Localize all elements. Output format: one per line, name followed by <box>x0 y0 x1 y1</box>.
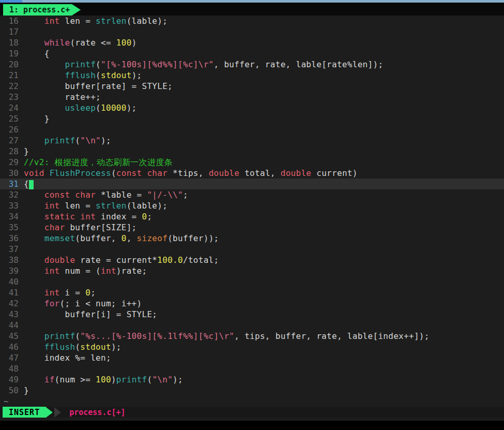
line-text: fflush(stdout); <box>19 342 121 352</box>
code-line-38[interactable]: 38 double rate = current*100.0/total; <box>0 255 504 265</box>
line-number: 49 <box>3 374 19 385</box>
line-number: 25 <box>3 113 19 124</box>
code-line-41[interactable]: 41 int i = 0; <box>0 287 504 298</box>
tab-arrow-icon <box>72 4 81 16</box>
code-line-37[interactable]: 37 <box>0 244 504 255</box>
terminal-window: 1: process.c+ 16 int len = strlen(lable)… <box>0 0 504 430</box>
code-line-27[interactable]: 27 printf("\n"); <box>0 135 504 146</box>
code-line-22[interactable]: 22 buffer[rate] = STYLE; <box>0 81 504 92</box>
code-line-16[interactable]: 16 int len = strlen(lable); <box>0 16 504 26</box>
line-text: buffer[i] = STYLE; <box>19 309 157 320</box>
code-line-42[interactable]: 42 for(; i < num; i++) <box>0 298 504 309</box>
code-line-25[interactable]: 25 } <box>0 113 504 124</box>
code-line-33[interactable]: 33 int len = strlen(lable); <box>0 200 504 211</box>
line-number: 20 <box>3 59 19 70</box>
window-top-bar <box>0 0 504 3</box>
line-number: 35 <box>3 222 19 233</box>
tab-bar: 1: process.c+ <box>0 3 504 16</box>
topbar-active-segment <box>0 0 22 3</box>
empty-line-marker: ~ <box>0 396 504 407</box>
code-line-45[interactable]: 45 printf("%s...[%-100s][%.1lf%%][%c]\r"… <box>0 331 504 342</box>
line-text <box>19 26 24 37</box>
code-line-26[interactable]: 26 <box>0 124 504 135</box>
line-text: index %= len; <box>19 352 111 363</box>
line-text: buffer[rate] = STYLE; <box>19 81 173 92</box>
line-text: usleep(10000); <box>19 102 137 113</box>
line-text: { <box>19 179 34 189</box>
line-text: double rate = current*100.0/total; <box>19 255 219 265</box>
line-number: 48 <box>3 363 19 374</box>
line-number: 44 <box>3 320 19 331</box>
code-line-47[interactable]: 47 index %= len; <box>0 352 504 363</box>
code-area[interactable]: 16 int len = strlen(lable);1718 while(ra… <box>0 16 504 396</box>
code-line-18[interactable]: 18 while(rate <= 100) <box>0 37 504 48</box>
line-text: { <box>19 48 50 59</box>
line-text: fflush(stdout); <box>19 70 142 81</box>
line-number: 38 <box>3 255 19 265</box>
line-number: 28 <box>3 146 19 157</box>
line-number: 29 <box>3 157 19 168</box>
line-number: 18 <box>3 37 19 48</box>
line-text: for(; i < num; i++) <box>19 298 142 309</box>
line-number: 26 <box>3 124 19 135</box>
line-text: const char *lable = "|/-\\"; <box>19 189 188 200</box>
line-text: //v2: 根据进度，动态刷新一次进度条 <box>19 157 173 168</box>
code-line-43[interactable]: 43 buffer[i] = STYLE; <box>0 309 504 320</box>
line-number: 30 <box>3 168 19 179</box>
line-text: int len = strlen(lable); <box>19 200 167 211</box>
code-line-49[interactable]: 49 if(num >= 100)printf("\n"); <box>0 374 504 385</box>
line-text: } <box>19 385 29 396</box>
tab-process-c[interactable]: 1: process.c+ <box>3 4 81 16</box>
line-text: int num = (int)rate; <box>19 265 147 276</box>
code-line-23[interactable]: 23 rate++; <box>0 92 504 102</box>
line-number: 45 <box>3 331 19 342</box>
code-line-28[interactable]: 28} <box>0 146 504 157</box>
line-number: 16 <box>3 16 19 26</box>
line-text: static int index = 0; <box>19 211 152 222</box>
line-text: if(num >= 100)printf("\n"); <box>19 374 183 385</box>
code-line-36[interactable]: 36 memset(buffer, 0, sizeof(buffer)); <box>0 233 504 244</box>
status-filename: process.c[+] <box>69 408 125 417</box>
code-line-21[interactable]: 21 fflush(stdout); <box>0 70 504 81</box>
line-number: 33 <box>3 200 19 211</box>
code-line-44[interactable]: 44 <box>0 320 504 331</box>
code-line-32[interactable]: 32 const char *lable = "|/-\\"; <box>0 189 504 200</box>
code-line-17[interactable]: 17 <box>0 26 504 37</box>
line-text: char buffer[SIZE]; <box>19 222 137 233</box>
tab-label: 1: process.c+ <box>3 4 72 16</box>
line-text: int i = 0; <box>19 287 96 298</box>
line-text: memset(buffer, 0, sizeof(buffer)); <box>19 233 219 244</box>
line-text: } <box>19 146 29 157</box>
code-line-46[interactable]: 46 fflush(stdout); <box>0 342 504 352</box>
code-line-39[interactable]: 39 int num = (int)rate; <box>0 265 504 276</box>
line-number: 40 <box>3 276 19 287</box>
line-text: while(rate <= 100) <box>19 37 137 48</box>
code-line-48[interactable]: 48 <box>0 363 504 374</box>
line-text: printf("%s...[%-100s][%.1lf%%][%c]\r", t… <box>19 331 430 342</box>
line-number: 32 <box>3 189 19 200</box>
code-line-19[interactable]: 19 { <box>0 48 504 59</box>
code-line-40[interactable]: 40 <box>0 276 504 287</box>
line-text: } <box>19 113 50 124</box>
line-text: void FlushProcess(const char *tips, doub… <box>19 168 358 179</box>
line-text <box>19 363 24 374</box>
line-number: 34 <box>3 211 19 222</box>
line-text <box>19 320 24 331</box>
line-number: 47 <box>3 352 19 363</box>
code-line-35[interactable]: 35 char buffer[SIZE]; <box>0 222 504 233</box>
code-line-29[interactable]: 29//v2: 根据进度，动态刷新一次进度条 <box>0 157 504 168</box>
code-line-50[interactable]: 50} <box>0 385 504 396</box>
line-number: 39 <box>3 265 19 276</box>
status-bar: INSERT process.c[+] <box>0 407 504 418</box>
code-line-34[interactable]: 34 static int index = 0; <box>0 211 504 222</box>
line-number: 36 <box>3 233 19 244</box>
code-line-20[interactable]: 20 printf("[%-100s][%d%%][%c]\r", buffer… <box>0 59 504 70</box>
line-text: rate++; <box>19 92 101 102</box>
code-line-30[interactable]: 30void FlushProcess(const char *tips, do… <box>0 168 504 179</box>
code-line-31[interactable]: 31{ <box>0 179 504 189</box>
line-number: 50 <box>3 385 19 396</box>
line-number: 43 <box>3 309 19 320</box>
line-text: printf("[%-100s][%d%%][%c]\r", buffer, r… <box>19 59 383 70</box>
mode-label: INSERT <box>3 407 46 418</box>
code-line-24[interactable]: 24 usleep(10000); <box>0 102 504 113</box>
